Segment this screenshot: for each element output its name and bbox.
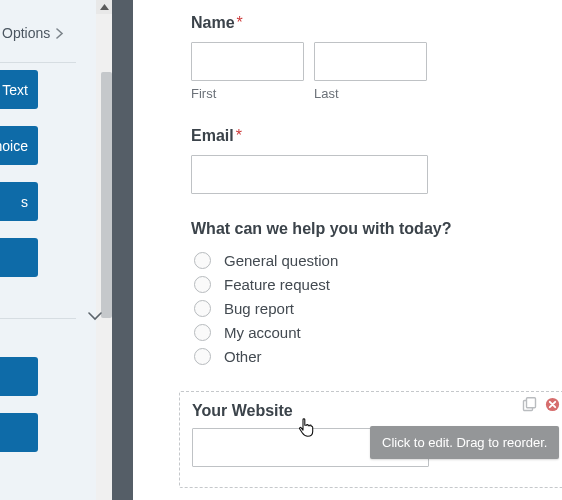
radio-option-feature[interactable]: Feature request xyxy=(194,276,562,293)
radio-icon xyxy=(194,300,211,317)
field-type-list: h Text Choice s xyxy=(0,70,112,277)
radio-label: My account xyxy=(224,324,301,341)
radio-label: Feature request xyxy=(224,276,330,293)
radio-icon xyxy=(194,324,211,341)
email-input[interactable] xyxy=(191,155,428,194)
field-email[interactable]: Email* xyxy=(191,127,562,194)
chevron-right-icon xyxy=(55,28,64,39)
delete-field-button[interactable] xyxy=(544,396,560,412)
svg-rect-1 xyxy=(526,397,535,407)
options-toggle[interactable]: Options xyxy=(0,18,112,48)
field-name[interactable]: Name* First Last xyxy=(191,14,562,101)
duplicate-icon xyxy=(522,397,537,412)
field-pill-extra-1[interactable] xyxy=(0,357,38,396)
edit-tooltip: Click to edit. Drag to reorder. xyxy=(370,426,559,459)
name-first-sublabel: First xyxy=(191,86,304,101)
form-canvas: Name* First Last Email* What can w xyxy=(133,0,562,500)
field-pill-extra-2[interactable] xyxy=(0,413,38,452)
sidebar: Options h Text Choice s xyxy=(0,0,112,500)
duplicate-field-button[interactable] xyxy=(521,396,537,412)
radio-option-general[interactable]: General question xyxy=(194,252,562,269)
radio-option-account[interactable]: My account xyxy=(194,324,562,341)
radio-icon xyxy=(194,252,211,269)
field-pill-choice[interactable]: Choice xyxy=(0,126,38,165)
section-expander[interactable] xyxy=(0,301,112,331)
question-label: What can we help you with today? xyxy=(191,220,562,238)
panel-divider xyxy=(112,0,133,500)
name-first-input[interactable] xyxy=(191,42,304,81)
name-last-input[interactable] xyxy=(314,42,427,81)
required-asterisk: * xyxy=(237,14,243,31)
delete-icon xyxy=(545,397,560,412)
radio-icon xyxy=(194,348,211,365)
radio-option-bug[interactable]: Bug report xyxy=(194,300,562,317)
name-label: Name* xyxy=(191,14,562,32)
radio-icon xyxy=(194,276,211,293)
radio-label: General question xyxy=(224,252,338,269)
field-question[interactable]: What can we help you with today? General… xyxy=(191,220,562,365)
radio-label: Bug report xyxy=(224,300,294,317)
chevron-down-icon xyxy=(88,312,102,321)
field-pill-text[interactable]: h Text xyxy=(0,70,38,109)
radio-label: Other xyxy=(224,348,262,365)
name-last-sublabel: Last xyxy=(314,86,427,101)
options-label: Options xyxy=(2,25,50,41)
field-pill-s[interactable]: s xyxy=(0,182,38,221)
required-asterisk: * xyxy=(236,127,242,144)
email-label: Email* xyxy=(191,127,562,145)
radio-option-other[interactable]: Other xyxy=(194,348,562,365)
website-label: Your Website xyxy=(192,402,554,420)
radio-list: General question Feature request Bug rep… xyxy=(191,252,562,365)
field-pill-blank[interactable] xyxy=(0,238,38,277)
